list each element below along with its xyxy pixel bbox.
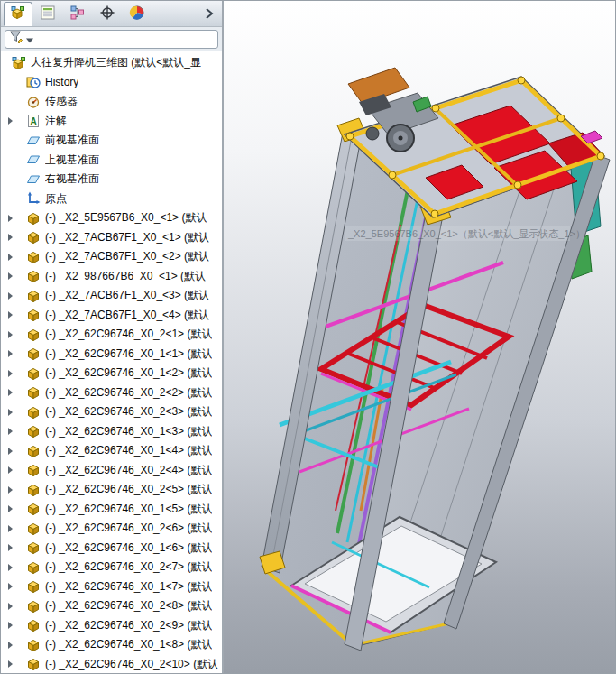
tree-item-component[interactable]: (-) _X2_62C96746_X0_1<1> (默认 <box>1 345 222 365</box>
component-icon <box>26 618 41 632</box>
tree-item-label: (-) _X2_987667B6_X0_<1> (默认 <box>45 269 206 284</box>
propertymanager-tab-icon <box>40 5 56 24</box>
triangle-glyph <box>8 486 13 494</box>
chevron-right-icon <box>205 6 214 23</box>
tree-item-label: (-) _X2_7ACB67F1_X0_<3> (默认 <box>45 288 209 303</box>
triangle-glyph <box>8 564 13 571</box>
tree-item-component[interactable]: (-) _X2_62C96746_X0_2<5> (默认 <box>1 480 222 500</box>
expand-arrow-icon[interactable] <box>5 345 26 365</box>
tree-item-component[interactable]: (-) _X2_62C96746_X0_1<3> (默认 <box>1 422 222 442</box>
tab-displaymanager[interactable] <box>123 3 152 26</box>
expand-arrow-icon[interactable] <box>5 402 26 422</box>
expand-arrow-icon[interactable] <box>5 208 26 228</box>
tree-item-component[interactable]: (-) _X2_62C96746_X0_1<2> (默认 <box>1 364 222 383</box>
tree-item-component[interactable]: (-) _X2_62C96746_X0_1<8> (默认 <box>1 635 222 655</box>
tree-item-component[interactable]: (-) _X2_62C96746_X0_1<5> (默认 <box>1 500 222 520</box>
tree-item-component[interactable]: (-) _X2_5E9567B6_X0_<1> (默认 <box>1 208 222 228</box>
tree-item-label: (-) _X2_62C96746_X0_1<8> (默认 <box>45 637 212 652</box>
component-icon <box>26 366 41 381</box>
expand-arrow-icon[interactable] <box>5 325 26 345</box>
component-icon <box>26 444 41 458</box>
expand-arrow-icon[interactable] <box>5 480 26 500</box>
expand-arrow-icon[interactable] <box>5 383 26 403</box>
filter-icon[interactable] <box>9 30 23 48</box>
tree-item-sensors[interactable]: 传感器 <box>1 92 222 112</box>
triangle-glyph <box>8 370 13 377</box>
tree-item-component[interactable]: (-) _X2_7ACB67F1_X0_<1> (默认 <box>1 228 222 248</box>
expand-arrow-icon[interactable] <box>5 247 26 267</box>
tab-dimxpert[interactable] <box>93 3 122 26</box>
tree-item-label: (-) _X2_62C96746_X0_1<5> (默认 <box>45 502 212 517</box>
tree-item-top-plane[interactable]: 上视基准面 <box>1 151 222 171</box>
expand-arrow-icon[interactable] <box>5 228 26 248</box>
tree-item-component[interactable]: (-) _X2_7ACB67F1_X0_<4> (默认 <box>1 306 222 326</box>
tree-item-component[interactable]: (-) _X2_7ACB67F1_X0_<3> (默认 <box>1 286 222 306</box>
expand-arrow-icon[interactable] <box>5 364 26 383</box>
tree-item-component[interactable]: (-) _X2_987667B6_X0_<1> (默认 <box>1 267 222 287</box>
expand-panel-button[interactable] <box>198 4 219 25</box>
filter-input[interactable] <box>36 32 214 47</box>
tree-item-front-plane[interactable]: 前视基准面 <box>1 131 222 151</box>
expand-arrow-icon[interactable] <box>5 112 26 132</box>
elevator-frame-model[interactable]: _X2_5E9567B6_X0_<1>（默认<默认_显示状态_1>） <box>224 1 616 674</box>
tree-item-origin[interactable]: 原点 <box>1 189 222 209</box>
tree-item-component[interactable]: (-) _X2_62C96746_X0_2<8> (默认 <box>1 596 222 616</box>
tab-configurationmanager[interactable] <box>63 3 92 26</box>
dimxpert-tab-icon <box>99 5 115 24</box>
svg-text:A: A <box>30 116 36 126</box>
tree-item-component[interactable]: (-) _X2_62C96746_X0_2<7> (默认 <box>1 558 222 577</box>
tree-item-component[interactable]: (-) _X2_7ACB67F1_X0_<2> (默认 <box>1 247 222 267</box>
assembly-icon <box>12 56 27 70</box>
tree-item-component[interactable]: (-) _X2_62C96746_X0_1<4> (默认 <box>1 441 222 461</box>
tree-item-component[interactable]: (-) _X2_62C96746_X0_1<7> (默认 <box>1 577 222 597</box>
graphics-viewport[interactable]: _X2_5E9567B6_X0_<1>（默认<默认_显示状态_1>） <box>224 1 616 674</box>
tab-propertymanager[interactable] <box>33 3 62 26</box>
expand-arrow-icon[interactable] <box>5 461 26 481</box>
tree-item-label: (-) _X2_62C96746_X0_2<10> (默认 <box>45 657 218 672</box>
expand-arrow-icon[interactable] <box>5 500 26 520</box>
tree-item-component[interactable]: (-) _X2_62C96746_X0_2<10> (默认 <box>1 655 222 674</box>
tree-item-right-plane[interactable]: 右视基准面 <box>1 170 222 189</box>
component-icon <box>26 483 41 497</box>
expand-arrow-icon[interactable] <box>5 539 26 559</box>
expand-arrow-icon[interactable] <box>5 616 26 636</box>
tab-featuremanager[interactable] <box>4 2 32 26</box>
expand-arrow-icon[interactable] <box>5 577 26 597</box>
filter-caret-down-icon[interactable] <box>26 31 33 47</box>
expand-arrow-icon[interactable] <box>5 635 26 655</box>
filter-bar <box>1 27 222 51</box>
tree-item-component[interactable]: (-) _X2_62C96746_X0_2<9> (默认 <box>1 616 222 636</box>
tree-item-label: 前视基准面 <box>45 133 99 148</box>
tree-item-component[interactable]: (-) _X2_62C96746_X0_2<1> (默认 <box>1 325 222 345</box>
expand-arrow-icon[interactable] <box>5 441 26 461</box>
expand-arrow-icon[interactable] <box>5 596 26 616</box>
expand-arrow-icon[interactable] <box>5 519 26 539</box>
feature-tree[interactable]: 大往复升降机三维图 (默认<默认_显History传感器A注解前视基准面上视基准… <box>1 51 222 674</box>
tree-item-component[interactable]: (-) _X2_62C96746_X0_2<4> (默认 <box>1 461 222 481</box>
triangle-glyph <box>8 331 13 338</box>
tree-item-annotations[interactable]: A注解 <box>1 112 222 132</box>
expand-arrow-icon[interactable] <box>5 558 26 577</box>
tree-item-history[interactable]: History <box>1 73 222 93</box>
component-icon <box>26 250 41 264</box>
triangle-glyph <box>8 505 13 512</box>
component-icon <box>26 230 41 245</box>
component-icon <box>26 308 41 322</box>
tree-item-label: (-) _X2_62C96746_X0_2<7> (默认 <box>45 559 212 575</box>
component-icon <box>26 289 41 303</box>
filter-box[interactable] <box>5 30 218 49</box>
expand-arrow-icon[interactable] <box>5 655 26 674</box>
arrow-spacer <box>5 131 26 151</box>
tree-root-assembly[interactable]: 大往复升降机三维图 (默认<默认_显 <box>1 53 222 73</box>
tree-item-component[interactable]: (-) _X2_62C96746_X0_1<6> (默认 <box>1 539 222 559</box>
tree-item-component[interactable]: (-) _X2_62C96746_X0_2<6> (默认 <box>1 519 222 539</box>
expand-arrow-icon[interactable] <box>5 267 26 287</box>
component-icon <box>26 463 41 477</box>
tree-item-component[interactable]: (-) _X2_62C96746_X0_2<2> (默认 <box>1 383 222 403</box>
tree-item-component[interactable]: (-) _X2_62C96746_X0_2<3> (默认 <box>1 402 222 422</box>
plane-icon <box>26 152 41 167</box>
expand-arrow-icon[interactable] <box>5 286 26 306</box>
expand-arrow-icon[interactable] <box>5 422 26 442</box>
tree-item-label: (-) _X2_62C96746_X0_1<1> (默认 <box>45 346 212 362</box>
expand-arrow-icon[interactable] <box>5 306 26 326</box>
